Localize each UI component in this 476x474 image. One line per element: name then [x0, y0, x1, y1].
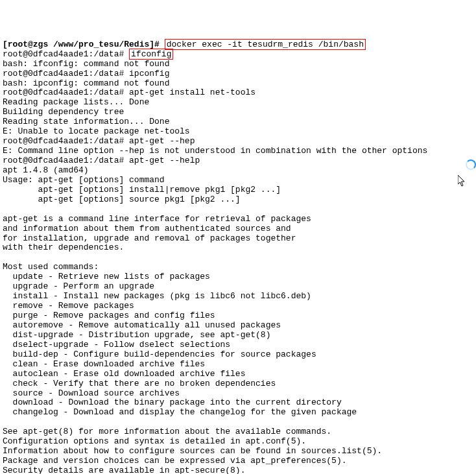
output-line: Most used commands: — [3, 262, 99, 272]
prompt-container: root@0dfcad4aade1:/data# — [3, 49, 129, 59]
output-line: E: Command line option --hep is not unde… — [3, 146, 427, 156]
output-line: root@0dfcad4aade1:/data# apt-get install… — [3, 88, 256, 97]
output-line: Configuration options and syntax is deta… — [3, 436, 306, 446]
prompt-end: ]# — [149, 40, 164, 49]
prompt-path: /www/pro_tesu/ — [48, 40, 124, 49]
output-line: clean - Erase downloaded archive files — [3, 359, 205, 369]
output-line: E: Unable to locate package net-tools — [3, 126, 190, 136]
mouse-cursor-icon — [458, 163, 467, 191]
terminal-output[interactable]: [root@zgs /www/pro_tesu/Redis]# docker e… — [3, 40, 473, 474]
output-line: dselect-upgrade - Follow dselect selecti… — [3, 340, 230, 350]
prompt-user-host: root@zgs — [8, 40, 48, 49]
output-line: apt 1.4.8 (amd64) — [3, 165, 89, 175]
highlighted-command-docker: docker exec -it tesudrm_redis /bin/bash — [165, 39, 366, 50]
output-line: with their dependencies. — [3, 243, 124, 252]
output-line: changelog - Download and display the cha… — [3, 407, 357, 417]
output-line: source - Download source archives — [3, 388, 180, 398]
output-line: Usage: apt-get [options] command — [3, 175, 165, 185]
output-line: bash: ipconfig: command not found — [3, 78, 169, 88]
output-line: Security details are available in apt-se… — [3, 466, 245, 474]
output-line: build-dep - Configure build-dependencies… — [3, 350, 316, 359]
output-line: root@0dfcad4aade1:/data# apt-get --hep — [3, 136, 195, 146]
output-line: autoremove - Remove automatically all un… — [3, 320, 281, 330]
output-line: for installation, upgrade and removal of… — [3, 233, 296, 243]
highlighted-command-ifconfig: ifconfig — [129, 49, 173, 60]
output-line: autoclean - Erase old downloaded archive… — [3, 369, 245, 379]
output-line: bash: ifconfig: command not found — [3, 59, 169, 69]
output-line: apt-get [options] install|remove pkg1 [p… — [3, 185, 281, 195]
output-line: Reading state information... Done — [3, 117, 169, 126]
prompt-bracket: [ — [3, 40, 8, 49]
output-line: apt-get [options] source pkg1 [pkg2 ...] — [3, 195, 241, 204]
output-line: Building dependency tree — [3, 107, 124, 117]
output-line: install - Install new packages (pkg is l… — [3, 291, 311, 301]
output-line: Information about how to configure sourc… — [3, 446, 382, 456]
output-line: download - Download the binary package i… — [3, 397, 342, 407]
output-line: remove - Remove packages — [3, 301, 134, 311]
output-line: apt-get is a command line interface for … — [3, 214, 311, 224]
output-line: upgrade - Perform an upgrade — [3, 281, 154, 291]
prompt-folder: Redis — [124, 40, 149, 49]
output-line: check - Verify that there are no broken … — [3, 379, 276, 388]
output-line: See apt-get(8) for more information abou… — [3, 427, 331, 436]
busy-spinner-icon — [466, 160, 476, 170]
output-line: purge - Remove packages and config files — [3, 311, 215, 320]
output-line: and information about them from authenti… — [3, 224, 291, 233]
output-line: Reading package lists... Done — [3, 97, 149, 107]
output-line: dist-upgrade - Distribution upgrade, see… — [3, 330, 270, 340]
output-line: root@0dfcad4aade1:/data# ipconfig — [3, 69, 169, 78]
output-line: Package and version choices can be expre… — [3, 456, 347, 466]
output-line: root@0dfcad4aade1:/data# apt-get --help — [3, 156, 200, 165]
output-line: update - Retrieve new lists of packages — [3, 272, 210, 281]
